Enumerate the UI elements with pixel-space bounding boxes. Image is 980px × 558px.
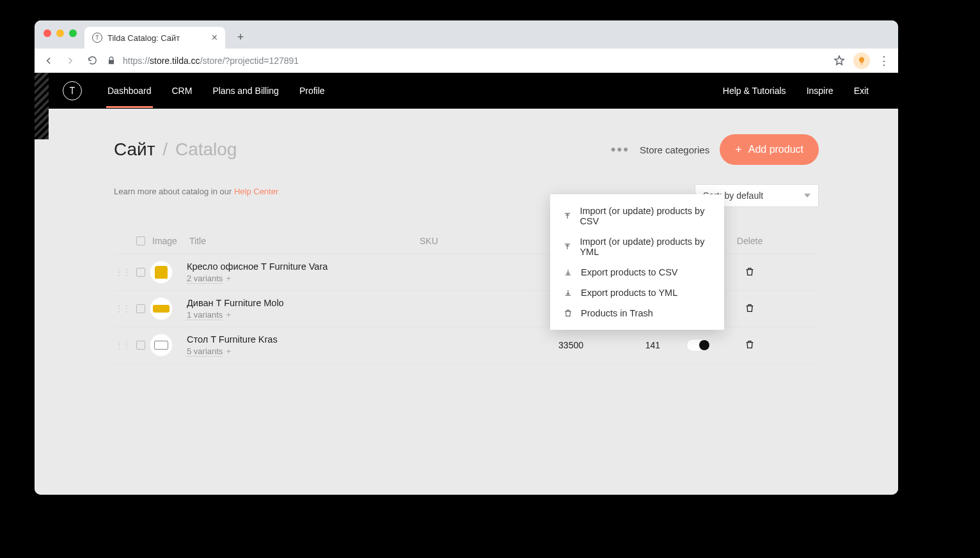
- product-variants-link[interactable]: 1 variants: [187, 310, 223, 320]
- breadcrumb-root[interactable]: Сайт: [114, 139, 155, 159]
- logo-icon[interactable]: [63, 81, 82, 100]
- nav-forward-icon[interactable]: [63, 53, 78, 68]
- upload-icon: [563, 211, 572, 221]
- add-variant-icon[interactable]: +: [226, 346, 231, 356]
- select-all-checkbox[interactable]: [136, 236, 145, 245]
- store-categories-link[interactable]: Store categories: [640, 144, 709, 155]
- product-price: 33500: [513, 340, 596, 350]
- menu-item[interactable]: Export products to YML: [550, 283, 724, 303]
- product-variants-link[interactable]: 2 variants: [187, 274, 223, 284]
- address-bar: https://store.tilda.cc/store/?projectid=…: [35, 49, 898, 73]
- nav-back-icon[interactable]: [41, 53, 56, 68]
- menu-item-label: Products in Trash: [581, 308, 653, 318]
- app-root: Dashboard CRM Plans and Billing Profile …: [35, 73, 898, 495]
- nav-profile[interactable]: Profile: [298, 86, 326, 96]
- drag-handle-icon[interactable]: ⋮⋮: [114, 304, 132, 313]
- col-image: Image: [150, 236, 187, 246]
- delete-button[interactable]: [724, 303, 775, 315]
- help-center-link[interactable]: Help Center: [234, 187, 278, 196]
- lock-icon[interactable]: [106, 56, 116, 66]
- add-variant-icon[interactable]: +: [226, 274, 231, 283]
- content-area: Learn more about catalog in our Help Cen…: [35, 171, 898, 389]
- col-sku: SKU: [417, 236, 513, 246]
- top-nav: Dashboard CRM Plans and Billing Profile …: [35, 73, 898, 109]
- col-checkbox: [132, 236, 150, 245]
- product-variants-link[interactable]: 5 variants: [187, 346, 223, 357]
- menu-item-label: Import (or update) products by CSV: [580, 206, 711, 226]
- tab-favicon: [92, 33, 102, 43]
- window-close[interactable]: [43, 29, 51, 37]
- delete-button[interactable]: [724, 339, 775, 352]
- add-product-label: Add product: [748, 144, 803, 155]
- browser-menu-icon[interactable]: ⋮: [876, 53, 892, 68]
- menu-item-label: Export products to YML: [581, 288, 677, 298]
- menu-item[interactable]: Import (or update) products by YML: [550, 231, 724, 262]
- nav-dashboard[interactable]: Dashboard: [106, 86, 153, 96]
- breadcrumb: Сайт / Catalog: [114, 139, 237, 160]
- nav-plans-billing[interactable]: Plans and Billing: [211, 86, 280, 96]
- tab-title: Tilda Catalog: Сайт: [107, 33, 180, 43]
- tab-strip: Tilda Catalog: Сайт × +: [35, 20, 898, 49]
- url-path: /store/?projectid=127891: [200, 56, 299, 66]
- product-thumb[interactable]: [150, 297, 173, 320]
- window-controls: [43, 29, 77, 37]
- product-thumb[interactable]: [150, 334, 173, 357]
- side-ribbon: [35, 73, 49, 139]
- browser-tab[interactable]: Tilda Catalog: Сайт ×: [84, 27, 225, 49]
- breadcrumb-sep: /: [162, 139, 168, 159]
- nav-crm[interactable]: CRM: [171, 86, 194, 96]
- nav-inspire[interactable]: Inspire: [805, 86, 835, 96]
- row-checkbox[interactable]: [136, 341, 145, 350]
- extension-icon[interactable]: [853, 52, 870, 69]
- upload-icon: [563, 242, 572, 252]
- url-host: store.tilda.cc: [150, 56, 200, 66]
- download-icon: [563, 288, 573, 298]
- nav-exit[interactable]: Exit: [853, 86, 870, 96]
- add-product-button[interactable]: + Add product: [720, 134, 819, 165]
- url-protocol: https://: [123, 56, 150, 66]
- download-icon: [563, 267, 573, 277]
- plus-icon: +: [735, 144, 742, 155]
- row-checkbox[interactable]: [136, 304, 145, 313]
- product-title[interactable]: Стол T Furniture Kras: [187, 334, 417, 345]
- menu-item-label: Import (or update) products by YML: [580, 236, 711, 257]
- nav-reload-icon[interactable]: [84, 53, 100, 68]
- menu-item[interactable]: Import (or update) products by CSV: [550, 201, 724, 231]
- view-toggle[interactable]: [686, 339, 711, 352]
- menu-item-label: Export products to CSV: [581, 267, 678, 277]
- page-header: Сайт / Catalog ••• Store categories + Ad…: [35, 109, 898, 171]
- product-title[interactable]: Кресло офисное T Furniture Vara: [187, 261, 417, 272]
- menu-item[interactable]: Products in Trash: [550, 303, 724, 323]
- breadcrumb-cur: Catalog: [175, 139, 237, 159]
- help-text: Learn more about catalog in our: [114, 187, 234, 196]
- drag-handle-icon[interactable]: ⋮⋮: [114, 268, 132, 277]
- product-qty: 141: [596, 340, 673, 350]
- product-thumb[interactable]: [150, 261, 173, 284]
- more-menu-icon[interactable]: •••: [611, 141, 629, 158]
- window-minimize[interactable]: [56, 29, 64, 37]
- new-tab-button[interactable]: +: [232, 28, 249, 46]
- row-checkbox[interactable]: [136, 268, 145, 277]
- browser-window: Tilda Catalog: Сайт × + https://store.ti…: [35, 20, 898, 495]
- product-title[interactable]: Диван T Furniture Molo: [187, 298, 417, 308]
- add-variant-icon[interactable]: +: [226, 310, 231, 320]
- window-maximize[interactable]: [69, 29, 77, 37]
- tab-close-icon[interactable]: ×: [212, 33, 217, 43]
- actions-dropdown: Import (or update) products by CSVImport…: [550, 194, 724, 330]
- drag-handle-icon[interactable]: ⋮⋮: [114, 341, 132, 350]
- table-row: ⋮⋮Стол T Furniture Kras5 variants+335001…: [114, 327, 819, 364]
- col-title: Title: [187, 236, 417, 246]
- menu-item[interactable]: Export products to CSV: [550, 262, 724, 283]
- nav-help[interactable]: Help & Tutorials: [722, 86, 787, 96]
- col-delete: Delete: [724, 236, 775, 246]
- trash-icon: [563, 308, 573, 318]
- bookmark-star-icon[interactable]: [832, 53, 847, 68]
- url-field[interactable]: https://store.tilda.cc/store/?projectid=…: [123, 56, 825, 66]
- delete-button[interactable]: [724, 267, 775, 279]
